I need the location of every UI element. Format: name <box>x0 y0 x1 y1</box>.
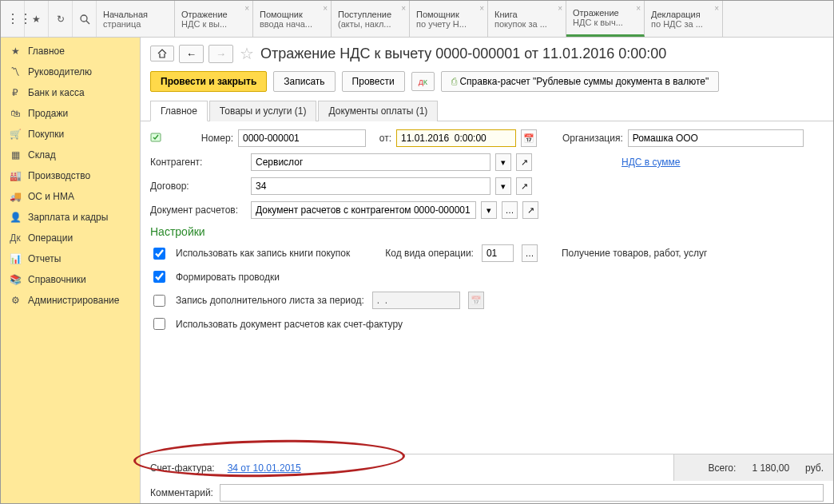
sidebar-icon: 📊 <box>9 253 22 264</box>
open-button[interactable]: ↗ <box>516 177 532 195</box>
sidebar-icon: Дк <box>9 232 22 244</box>
dropdown-button[interactable]: ▾ <box>495 177 511 195</box>
select-button[interactable]: … <box>522 244 538 262</box>
home-button[interactable] <box>150 46 174 62</box>
use-settlement-as-invoice-checkbox[interactable] <box>153 318 165 330</box>
printer-icon: ⎙ <box>451 76 457 87</box>
close-icon[interactable]: × <box>714 4 719 13</box>
tab-line2: покупок за ... <box>494 19 559 29</box>
sidebar-item[interactable]: 〽Руководителю <box>1 62 140 82</box>
sidebar-item[interactable]: 🏭Производство <box>1 165 140 186</box>
tab-line2: страница <box>103 19 168 29</box>
comment-input[interactable] <box>220 484 824 502</box>
sidebar-item[interactable]: 📊Отчеты <box>1 248 140 269</box>
sidebar-item-label: Продажи <box>28 108 68 119</box>
apps-icon[interactable]: ⋮⋮⋮ <box>1 1 25 37</box>
vat-mode-link[interactable]: НДС в сумме <box>622 157 681 168</box>
settlement-doc-input[interactable] <box>251 201 476 219</box>
total-label: Всего: <box>709 462 737 474</box>
additional-sheet-label: Запись дополнительного листа за период: <box>176 295 364 306</box>
document-toolbar: Провести и закрыть Записать Провести ДК … <box>141 66 833 100</box>
close-icon[interactable]: × <box>401 4 406 13</box>
window-tab[interactable]: ОтражениеНДС к выч...× <box>566 1 645 37</box>
report-button[interactable]: ⎙ Справка-расчет "Рублевые суммы докумен… <box>441 71 719 92</box>
sidebar-item[interactable]: ⚙Администрирование <box>1 290 140 311</box>
date-label: от: <box>371 133 391 144</box>
period-input <box>372 292 460 309</box>
sidebar-item[interactable]: 👤Зарплата и кадры <box>1 207 140 228</box>
sidebar-item[interactable]: 🛒Покупки <box>1 124 140 145</box>
close-icon[interactable]: × <box>558 4 562 13</box>
sidebar-icon: ⚙ <box>9 295 22 306</box>
content-area: ← → ☆ Отражение НДС к вычету 0000-000001… <box>141 38 833 503</box>
open-button[interactable]: ↗ <box>516 153 532 171</box>
favorites-icon[interactable]: ★ <box>25 1 49 37</box>
org-label: Организация: <box>562 133 623 144</box>
favorite-star-icon[interactable]: ☆ <box>238 44 256 63</box>
use-settlement-as-invoice-label: Использовать документ расчетов как счет-… <box>176 319 403 330</box>
window-tab[interactable]: Поступление(акты, накл...× <box>332 1 410 37</box>
select-button[interactable]: … <box>502 201 518 219</box>
svg-line-1 <box>86 21 89 24</box>
window-tabs: НачальнаястраницаОтражениеНДС к вы...×По… <box>97 1 833 37</box>
document-tab[interactable]: Товары и услуги (1) <box>209 101 317 121</box>
window-tab[interactable]: Декларацияпо НДС за ...× <box>645 1 723 37</box>
footer: Счет-фактура: 34 от 10.01.2015 Всего: 1 … <box>141 454 833 481</box>
tab-line2: по учету Н... <box>416 19 481 29</box>
window-tab[interactable]: Начальнаястраница <box>97 1 175 37</box>
close-icon[interactable]: × <box>636 4 641 13</box>
sidebar-item[interactable]: ДкОперации <box>1 228 140 248</box>
contragent-input[interactable] <box>251 153 490 171</box>
sidebar-item[interactable]: ₽Банк и касса <box>1 82 140 103</box>
org-input[interactable] <box>628 129 804 147</box>
use-as-purchase-book-label: Использовать как запись книги покупок <box>176 248 350 259</box>
sidebar-item-label: ОС и НМА <box>28 191 74 202</box>
calendar-button[interactable]: 📅 <box>521 129 537 147</box>
sidebar-item[interactable]: 🚚ОС и НМА <box>1 186 140 207</box>
sidebar-item[interactable]: ▦Склад <box>1 145 140 165</box>
invoice-link[interactable]: 34 от 10.01.2015 <box>228 462 301 474</box>
close-icon[interactable]: × <box>479 4 484 13</box>
generate-entries-checkbox[interactable] <box>153 271 165 283</box>
contract-input[interactable] <box>251 177 490 195</box>
window-tab[interactable]: Книгапокупок за ...× <box>488 1 566 37</box>
tab-line1: Начальная <box>103 10 168 19</box>
history-icon[interactable]: ↻ <box>49 1 73 37</box>
number-input[interactable] <box>238 129 366 147</box>
operation-code-input[interactable] <box>482 244 514 262</box>
dk-movements-button[interactable]: ДК <box>411 72 435 91</box>
sidebar-item[interactable]: ★Главное <box>1 41 140 62</box>
tab-line1: Помощник <box>416 10 481 19</box>
additional-sheet-checkbox[interactable] <box>153 295 165 307</box>
post-and-close-button[interactable]: Провести и закрыть <box>150 71 267 92</box>
sidebar-item-label: Склад <box>28 149 56 161</box>
sidebar-item-label: Администрирование <box>28 295 119 306</box>
window-tab[interactable]: ОтражениеНДС к вы...× <box>175 1 253 37</box>
tab-line1: Отражение <box>181 10 246 19</box>
tab-line1: Помощник <box>260 10 324 19</box>
search-icon[interactable] <box>73 1 97 37</box>
back-button[interactable]: ← <box>179 45 204 63</box>
save-button[interactable]: Записать <box>273 71 335 92</box>
sidebar-item[interactable]: 📚Справочники <box>1 269 140 290</box>
window-tab[interactable]: Помощникввода нача...× <box>253 1 332 37</box>
window-tab[interactable]: Помощникпо учету Н...× <box>410 1 488 37</box>
report-button-label: Справка-расчет "Рублевые суммы документа… <box>459 76 709 87</box>
sidebar-item-label: Справочники <box>28 274 86 285</box>
close-icon[interactable]: × <box>244 4 249 13</box>
invoice-label: Счет-фактура: <box>150 462 215 474</box>
sidebar-icon: 🚚 <box>9 191 22 202</box>
date-input[interactable] <box>396 129 516 147</box>
document-tab[interactable]: Главное <box>150 101 208 121</box>
dropdown-button[interactable]: ▾ <box>481 201 497 219</box>
total-value: 1 180,00 <box>752 462 789 474</box>
close-icon[interactable]: × <box>323 4 328 13</box>
dropdown-button[interactable]: ▾ <box>495 153 511 171</box>
forward-button[interactable]: → <box>208 45 233 63</box>
sidebar-item[interactable]: 🛍Продажи <box>1 103 140 124</box>
open-button[interactable]: ↗ <box>522 201 538 219</box>
use-as-purchase-book-checkbox[interactable] <box>153 248 165 260</box>
post-button[interactable]: Провести <box>342 71 405 92</box>
document-tab[interactable]: Документы оплаты (1) <box>318 101 438 121</box>
sidebar-item-label: Руководителю <box>28 66 92 77</box>
